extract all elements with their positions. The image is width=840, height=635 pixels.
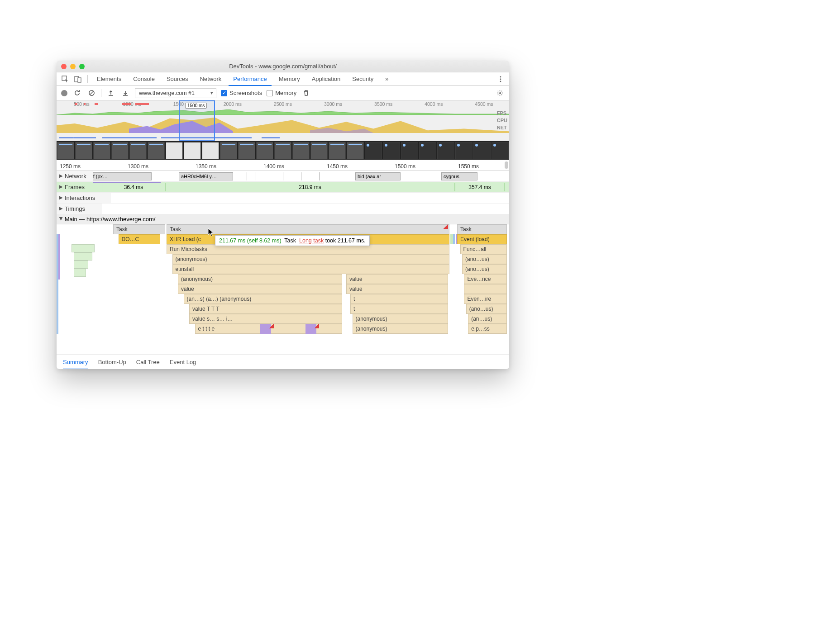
minimize-window-icon[interactable] [70, 64, 76, 69]
svg-point-10 [499, 92, 501, 94]
tab-sources[interactable]: Sources [162, 72, 193, 86]
screenshot-filmstrip[interactable] [57, 141, 509, 160]
window-titlebar: DevTools - www.google.com/gmail/about/ [57, 61, 509, 72]
capture-settings-icon[interactable] [495, 88, 505, 98]
overview-lane-labels: FPS CPU NET [497, 109, 507, 131]
tab-elements[interactable]: Elements [92, 72, 126, 86]
memory-checkbox[interactable]: Memory [267, 90, 296, 96]
devtools-window: DevTools - www.google.com/gmail/about/ E… [57, 61, 509, 369]
timeline-ruler[interactable]: 1250 ms 1300 ms 1350 ms 1400 ms 1450 ms … [57, 160, 509, 171]
load-profile-icon[interactable] [106, 88, 116, 98]
panel-tabs: Elements Console Sources Network Perform… [57, 72, 509, 86]
screenshots-checkbox[interactable]: ✓Screenshots [221, 90, 262, 96]
tab-performance[interactable]: Performance [229, 72, 271, 86]
main-thread-header[interactable]: ▶ Main — https://www.theverge.com/ [57, 214, 509, 224]
tab-overflow[interactable]: » [381, 72, 393, 86]
perf-toolbar: www.theverge.com #1 ✓Screenshots Memory [57, 86, 509, 100]
details-tabs: Summary Bottom-Up Call Tree Event Log [57, 355, 509, 369]
cursor-icon [208, 228, 215, 237]
collect-garbage-icon[interactable] [301, 88, 311, 98]
record-button[interactable] [61, 90, 67, 96]
svg-point-3 [500, 76, 501, 77]
window-title: DevTools - www.google.com/gmail/about/ [229, 63, 337, 70]
profile-select[interactable]: www.theverge.com #1 [135, 88, 216, 98]
zoom-window-icon[interactable] [79, 64, 85, 69]
network-track[interactable]: xel.gif (px… aHR0cHM6Ly… bid (aax.ar cyg… [57, 171, 509, 182]
timings-track[interactable]: ▶Timings [57, 204, 509, 214]
reload-record-icon[interactable] [72, 88, 82, 98]
tab-network[interactable]: Network [196, 72, 226, 86]
flame-chart[interactable]: Task DO…C Task XHR Load (c Run Microtask… [57, 224, 509, 338]
overview-selection[interactable]: 1500 ms [179, 100, 215, 141]
tab-console[interactable]: Console [129, 72, 159, 86]
kebab-menu-icon[interactable] [496, 74, 506, 84]
device-toolbar-icon[interactable] [73, 74, 83, 84]
clear-icon[interactable] [86, 88, 96, 98]
svg-point-4 [500, 78, 501, 80]
tab-bottom-up[interactable]: Bottom-Up [98, 355, 126, 370]
timeline-overview[interactable]: 500 ms 1000 ms 1500 ms 2000 ms 2500 ms 3… [57, 100, 509, 141]
tab-memory[interactable]: Memory [274, 72, 305, 86]
tab-event-log[interactable]: Event Log [170, 355, 196, 370]
interactions-track[interactable]: ▶Interactions [57, 193, 509, 204]
tab-call-tree[interactable]: Call Tree [136, 355, 160, 370]
save-profile-icon[interactable] [120, 88, 130, 98]
vertical-scrollbar[interactable] [505, 161, 508, 169]
svg-line-7 [90, 91, 93, 95]
svg-rect-2 [78, 78, 81, 82]
frames-track[interactable]: 36.4 ms 218.9 ms 357.4 ms ▶Frames [57, 182, 509, 193]
selection-label: 1500 ms [185, 103, 207, 109]
tab-application[interactable]: Application [307, 72, 345, 86]
tab-summary[interactable]: Summary [63, 355, 88, 370]
tracks-container: xel.gif (px… aHR0cHM6Ly… bid (aax.ar cyg… [57, 171, 509, 355]
tab-security[interactable]: Security [348, 72, 378, 86]
close-window-icon[interactable] [61, 64, 67, 69]
svg-point-5 [500, 81, 501, 82]
task-tooltip: 211.67 ms (self 8.62 ms) Task Long task … [215, 235, 370, 246]
inspect-element-icon[interactable] [60, 74, 70, 84]
